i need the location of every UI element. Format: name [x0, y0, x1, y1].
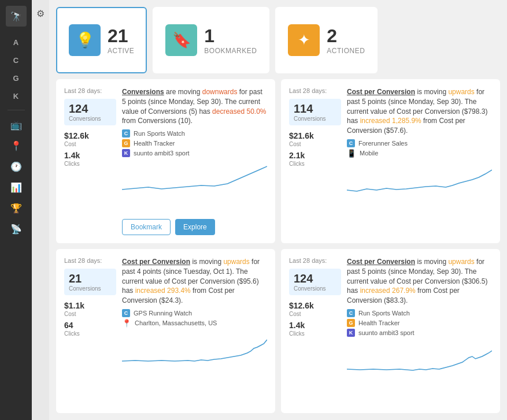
card1-heading-link[interactable]: Conversions — [122, 88, 164, 96]
card3-text: Cost per Conversion is moving upwards fo… — [122, 257, 267, 306]
card1-seg2-label: Health Tracker — [134, 140, 175, 147]
card2-chart — [347, 161, 492, 235]
card2-text: Cost per Conversion is moving upwards fo… — [347, 87, 492, 136]
card4-seg2-label: Health Tracker — [358, 319, 400, 326]
tab-bookmarked-content: 1 Bookmarked — [204, 25, 257, 55]
sidebar-tv-icon[interactable]: 📺 — [7, 117, 25, 133]
cards-grid: Last 28 days: 124 Conversions $12.6k Cos… — [56, 79, 500, 413]
filter-icon[interactable]: ⚙ — [34, 6, 47, 21]
card1-seg2-icon: G — [122, 139, 130, 147]
card3-chart — [122, 331, 267, 405]
card4-right: Cost per Conversion is moving upwards fo… — [347, 257, 492, 405]
card2-direction: upwards — [448, 88, 474, 96]
tab-bookmarked-label: Bookmarked — [204, 47, 257, 55]
card2-segments: C Forerunner Sales 📱 Mobile — [347, 139, 492, 158]
filter-bar: ⚙ — [32, 0, 49, 420]
bookmark-button[interactable]: Bookmark — [122, 219, 171, 235]
tab-bookmarked-icon: 🔖 — [165, 24, 197, 56]
card3-seg-2: 📍 Charlton, Massachusetts, US — [122, 319, 267, 328]
card1-text: Conversions are moving downwards for pas… — [122, 87, 267, 126]
sidebar-rss-icon[interactable]: 📡 — [7, 221, 25, 237]
card2-seg-2: 📱 Mobile — [347, 149, 492, 158]
card1-seg-1: C Run Sports Watch — [122, 129, 267, 137]
sidebar-item-g[interactable]: G — [8, 72, 23, 85]
card4-seg-3: K suunto ambit3 sport — [347, 329, 492, 337]
insight-card-4: Last 28 days: 124 Conversions $12.6k Cos… — [281, 249, 500, 413]
card2-cost-box: $21.6k Cost — [289, 131, 341, 147]
card2-cost-label: Cost — [289, 141, 341, 147]
card4-cost-value: $12.6k — [289, 301, 341, 310]
tab-bar: 💡 21 Active 🔖 1 Bookmarked ✦ 2 Actioned — [56, 7, 500, 73]
card3-cost-label: Cost — [64, 311, 116, 317]
card2-clicks-box: 2.1k Clicks — [289, 151, 341, 167]
tab-bookmarked[interactable]: 🔖 1 Bookmarked — [153, 7, 269, 73]
sidebar-logo: 🔭 — [6, 6, 27, 27]
sidebar-item-a[interactable]: A — [9, 36, 23, 49]
sidebar-trophy-icon[interactable]: 🏆 — [7, 200, 25, 217]
card1-seg3-label: suunto ambit3 sport — [134, 150, 190, 157]
card4-period: Last 28 days: — [289, 257, 341, 264]
card1-seg3-icon: K — [122, 149, 130, 157]
card2-conversions-value: 114 — [294, 102, 336, 116]
sidebar-chart-icon[interactable]: 📊 — [7, 180, 25, 196]
card4-seg3-icon: K — [347, 329, 355, 337]
card2-clicks-value: 2.1k — [289, 151, 341, 160]
card4-conversions-value: 124 — [294, 272, 336, 285]
sidebar-item-c[interactable]: C — [9, 54, 23, 67]
card2-heading-link[interactable]: Cost per Conversion — [347, 88, 415, 96]
explore-button[interactable]: Explore — [175, 219, 215, 235]
card2-seg1-label: Forerunner Sales — [358, 140, 408, 147]
tab-active-icon: 💡 — [69, 24, 101, 56]
card3-metric-conversions: 21 Conversions — [64, 269, 116, 295]
sidebar-pin-icon[interactable]: 📍 — [7, 138, 25, 154]
tab-actioned-count: 2 — [327, 25, 365, 47]
card3-metrics: Last 28 days: 21 Conversions $1.1k Cost … — [64, 257, 116, 405]
card1-conversions-value: 124 — [69, 102, 112, 116]
sidebar-item-k[interactable]: K — [9, 90, 23, 103]
card2-right: Cost per Conversion is moving upwards fo… — [347, 87, 492, 235]
card4-cost-box: $12.6k Cost — [289, 301, 341, 317]
tab-actioned[interactable]: ✦ 2 Actioned — [275, 7, 378, 73]
card4-direction: upwards — [448, 258, 474, 266]
card2-seg-1: C Forerunner Sales — [347, 139, 492, 147]
card2-cost-value: $21.6k — [289, 131, 341, 140]
main-content: 💡 21 Active 🔖 1 Bookmarked ✦ 2 Actioned — [49, 0, 507, 420]
card1-metric-conversions: 124 Conversions — [64, 99, 116, 125]
card1-clicks-box: 1.4k Clicks — [64, 151, 116, 167]
card3-cost-box: $1.1k Cost — [64, 301, 116, 317]
card4-cost-label: Cost — [289, 311, 341, 317]
tab-active-count: 21 — [108, 25, 134, 47]
card3-conversions-value: 21 — [69, 272, 112, 285]
card1-seg-2: G Health Tracker — [122, 139, 267, 147]
card1-text-before: are moving — [166, 88, 202, 96]
card4-segments: C Run Sports Watch G Health Tracker K su… — [347, 309, 492, 337]
tab-actioned-icon: ✦ — [288, 24, 320, 56]
insight-card-1: Last 28 days: 124 Conversions $12.6k Cos… — [56, 79, 275, 243]
card1-chart — [122, 161, 267, 213]
card3-clicks-label: Clicks — [64, 330, 116, 337]
card4-seg1-label: Run Sports Watch — [358, 310, 410, 317]
card4-seg1-icon: C — [347, 309, 355, 317]
card3-heading-link[interactable]: Cost per Conversion — [122, 258, 190, 266]
sidebar-clock-icon[interactable]: 🕐 — [7, 159, 25, 175]
card1-right: Conversions are moving downwards for pas… — [122, 87, 267, 235]
card3-clicks-box: 64 Clicks — [64, 321, 116, 337]
card2-seg1-icon: C — [347, 139, 355, 147]
card4-heading-link[interactable]: Cost per Conversion — [347, 258, 415, 266]
card4-metrics: Last 28 days: 124 Conversions $12.6k Cos… — [289, 257, 341, 405]
card1-cost-value: $12.6k — [64, 131, 116, 140]
card1-conversions-label: Conversions — [69, 116, 112, 122]
card2-metrics: Last 28 days: 114 Conversions $21.6k Cos… — [289, 87, 341, 235]
card2-conversions-label: Conversions — [294, 116, 336, 122]
card3-change: increased 293.4% — [135, 287, 191, 295]
card2-seg2-label: Mobile — [360, 150, 378, 157]
card1-cost-label: Cost — [64, 141, 116, 147]
card4-text: Cost per Conversion is moving upwards fo… — [347, 257, 492, 306]
tab-active[interactable]: 💡 21 Active — [56, 7, 147, 73]
card3-seg2-label: Charlton, Massachusetts, US — [135, 319, 217, 326]
card4-clicks-value: 1.4k — [289, 321, 341, 330]
card4-text-before: is moving — [417, 258, 448, 266]
card1-clicks-value: 1.4k — [64, 151, 116, 160]
card3-conversions-label: Conversions — [69, 285, 112, 292]
card4-seg2-icon: G — [347, 319, 355, 327]
